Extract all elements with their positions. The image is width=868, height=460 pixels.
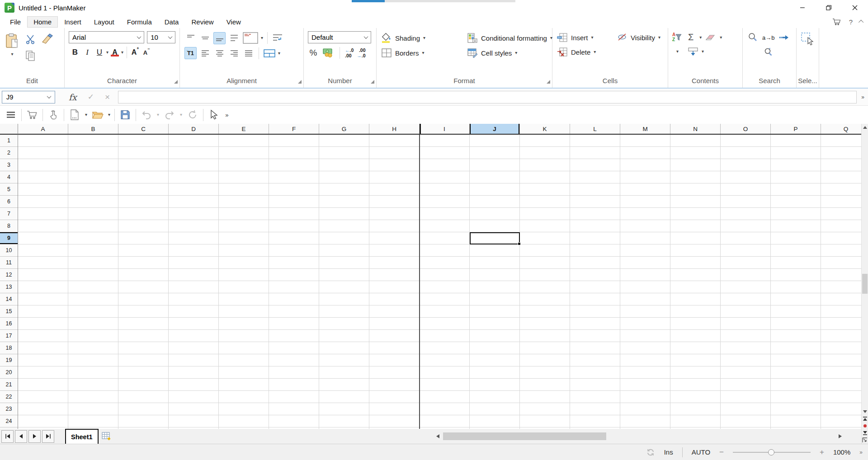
- paste-button[interactable]: [5, 33, 20, 50]
- toolbar-shop-button[interactable]: [26, 108, 38, 122]
- search-button[interactable]: [747, 32, 758, 43]
- row-header-16[interactable]: 16: [0, 318, 18, 330]
- sort-filter-button[interactable]: A Z: [672, 32, 682, 42]
- row-header-3[interactable]: 3: [0, 159, 18, 171]
- row-header-15[interactable]: 15: [0, 305, 18, 318]
- column-header-N[interactable]: N: [670, 124, 721, 134]
- previous-sheet-button[interactable]: [15, 430, 27, 443]
- borders-button[interactable]: Borders ▾: [381, 48, 461, 58]
- italic-button[interactable]: I: [82, 48, 93, 57]
- eraser-button[interactable]: [704, 33, 717, 42]
- font-name-combo[interactable]: Arial: [69, 31, 144, 43]
- column-header-P[interactable]: P: [771, 124, 821, 134]
- insert-mode-indicator[interactable]: Ins: [664, 448, 673, 456]
- menu-review[interactable]: Review: [185, 16, 220, 28]
- collapse-ribbon-icon[interactable]: [859, 20, 863, 25]
- search-again-button[interactable]: [763, 47, 774, 57]
- column-header-Q[interactable]: Q: [821, 124, 861, 134]
- row-header-1[interactable]: 1: [0, 135, 18, 147]
- undo-dropdown-icon[interactable]: ▾: [157, 113, 159, 117]
- row-header-22[interactable]: 22: [0, 391, 18, 403]
- copy-button[interactable]: [24, 50, 36, 61]
- column-header-L[interactable]: L: [570, 124, 620, 134]
- menu-insert[interactable]: Insert: [58, 16, 88, 28]
- format-as-table-dropdown-icon[interactable]: ▾: [261, 36, 263, 40]
- grow-font-button[interactable]: A+: [130, 48, 140, 56]
- menu-view[interactable]: View: [220, 16, 247, 28]
- selected-cell[interactable]: [470, 232, 520, 244]
- row-header-5[interactable]: 5: [0, 183, 18, 196]
- align-justify-button[interactable]: [242, 47, 255, 59]
- conditional-formatting-button[interactable]: Conditional formatting ▾: [467, 33, 552, 43]
- row-header-6[interactable]: 6: [0, 196, 18, 208]
- last-sheet-button[interactable]: [42, 430, 54, 443]
- column-header-H[interactable]: H: [369, 124, 420, 134]
- increase-decimals-button[interactable]: .00 →.0: [357, 47, 365, 58]
- visibility-button[interactable]: Visibility ▾: [617, 33, 660, 42]
- sheet-tab-sheet1[interactable]: Sheet1: [65, 429, 99, 444]
- row-header-9[interactable]: 9: [0, 232, 18, 244]
- menu-home[interactable]: Home: [27, 16, 58, 28]
- align-center-button[interactable]: [213, 47, 226, 59]
- align-center-vertical-button[interactable]: [199, 32, 211, 44]
- fill-handle[interactable]: [518, 242, 521, 245]
- font-color-button[interactable]: A: [110, 48, 120, 56]
- formula-bar-overflow-icon[interactable]: »: [861, 94, 864, 100]
- format-dialog-launcher[interactable]: [547, 80, 550, 84]
- menu-data[interactable]: Data: [158, 16, 185, 28]
- redo-dropdown-icon[interactable]: ▾: [180, 113, 182, 117]
- cell-styles-dropdown-icon[interactable]: ▾: [515, 51, 517, 55]
- toolbar-menu-button[interactable]: [5, 108, 17, 122]
- help-icon[interactable]: ?: [849, 18, 853, 26]
- character-dialog-launcher[interactable]: [174, 80, 178, 84]
- first-sheet-button[interactable]: [1, 430, 14, 443]
- column-header-E[interactable]: E: [219, 124, 269, 134]
- cell-reference-box[interactable]: J9: [2, 91, 55, 103]
- fill-dropdown-icon[interactable]: ▾: [702, 49, 704, 54]
- column-header-C[interactable]: C: [118, 124, 169, 134]
- toolbar-overflow-icon[interactable]: »: [225, 112, 228, 118]
- alignment-dialog-launcher[interactable]: [298, 80, 302, 84]
- shop-cart-icon[interactable]: [832, 18, 842, 26]
- repeat-button[interactable]: [186, 108, 199, 122]
- redo-button[interactable]: [163, 108, 176, 122]
- status-bar-overflow-icon[interactable]: »: [859, 449, 863, 455]
- calc-mode-indicator[interactable]: AUTO: [692, 448, 710, 456]
- column-header-K[interactable]: K: [520, 124, 570, 134]
- next-page-button[interactable]: [862, 429, 868, 437]
- hscroll-right-button[interactable]: [835, 431, 845, 441]
- open-document-button[interactable]: [91, 108, 104, 122]
- column-header-D[interactable]: D: [169, 124, 219, 134]
- column-header-I[interactable]: I: [420, 124, 470, 134]
- wrap-text-button[interactable]: [272, 33, 283, 43]
- align-bottom-button[interactable]: [213, 32, 226, 44]
- merge-cells-dropdown-icon[interactable]: ▾: [278, 51, 280, 56]
- shading-button[interactable]: Shading ▾: [381, 33, 461, 43]
- zoom-out-button[interactable]: −: [719, 448, 724, 457]
- row-header-19[interactable]: 19: [0, 354, 18, 366]
- row-header-10[interactable]: 10: [0, 244, 18, 257]
- number-dialog-launcher[interactable]: [371, 80, 374, 84]
- row-header-2[interactable]: 2: [0, 147, 18, 159]
- goto-button[interactable]: [778, 34, 789, 41]
- zoom-slider-thumb[interactable]: [768, 449, 774, 455]
- autosum-dropdown-icon[interactable]: ▾: [699, 35, 702, 40]
- vertical-scrollbar-thumb[interactable]: [862, 274, 868, 294]
- column-header-O[interactable]: O: [721, 124, 771, 134]
- column-header-J[interactable]: J: [470, 124, 520, 134]
- delete-cells-button[interactable]: Delete ▾: [557, 47, 610, 57]
- delete-cells-dropdown-icon[interactable]: ▾: [594, 50, 596, 54]
- paste-dropdown-icon[interactable]: ▾: [11, 52, 13, 56]
- align-left-button[interactable]: [199, 47, 211, 59]
- cells-area[interactable]: [18, 135, 861, 429]
- touch-mode-button[interactable]: [47, 108, 60, 122]
- eraser-dropdown-icon[interactable]: ▾: [720, 35, 722, 40]
- sort-filter-dropdown-icon[interactable]: ▾: [676, 49, 679, 54]
- shading-dropdown-icon[interactable]: ▾: [423, 36, 425, 40]
- pointer-tool-button[interactable]: [208, 108, 220, 122]
- insert-cells-button[interactable]: Insert ▾: [557, 33, 610, 42]
- format-painter-button[interactable]: [41, 33, 53, 45]
- horizontal-scrollbar-thumb[interactable]: [443, 432, 606, 440]
- column-header-A[interactable]: A: [18, 124, 68, 134]
- cut-button[interactable]: [24, 33, 36, 45]
